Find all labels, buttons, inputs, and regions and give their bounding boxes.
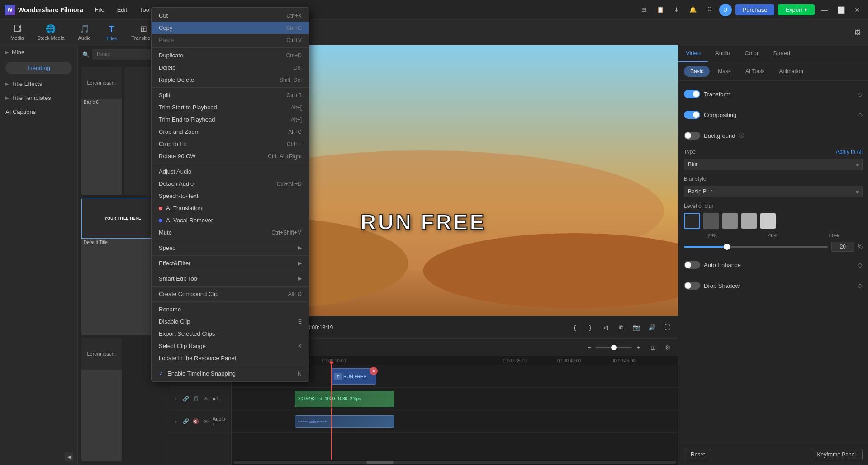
ctx-duplicate[interactable]: Duplicate Ctrl+D [152,49,309,61]
apps-icon[interactable]: ⠿ [703,4,716,16]
ctx-speed[interactable]: Speed ▶ [152,242,309,254]
export-button[interactable]: Export ▾ [778,4,815,15]
tool-media[interactable]: 🎞 Media [5,23,30,42]
toolbar-extra-icon[interactable]: 🖼 [851,26,863,39]
track-link-icon-v1[interactable]: 🔗 [182,395,190,403]
track-add-icon-v1[interactable]: + [172,395,180,403]
fit-btn[interactable]: ⛶ [661,321,674,334]
blur-swatch-4[interactable] [741,213,757,229]
ctx-disable-clip[interactable]: Disable Clip E [152,315,309,328]
subtab-mask[interactable]: Mask [711,66,737,77]
subtab-basic[interactable]: Basic [684,66,710,77]
timeline-grid-btn[interactable]: ⊞ [647,342,659,353]
track-eye-icon-v1[interactable]: 👁 [202,395,210,403]
ctx-adjust-audio[interactable]: Adjust Audio [152,165,309,178]
ctx-select-range[interactable]: Select Clip Range X [152,340,309,352]
ctx-crop-fit[interactable]: Crop to Fit Ctrl+F [152,138,309,150]
blur-slider-track[interactable] [684,246,828,248]
snapshot-btn[interactable]: ⧉ [615,321,627,334]
keyframe-panel-button[interactable]: Keyframe Panel [811,449,863,460]
cam-btn[interactable]: 📷 [630,321,643,334]
blur-type-select[interactable]: Blur [684,159,863,170]
apply-to-all-btn[interactable]: Apply to All [836,149,863,155]
blur-value-input[interactable] [831,242,854,252]
title-clip[interactable]: T RUN FREE ✕ [331,368,376,385]
download-icon[interactable]: ⬇ [670,4,683,16]
ctx-smart-edit[interactable]: Smart Edit Tool ▶ [152,272,309,285]
avatar[interactable]: U [719,4,732,16]
ctx-mute[interactable]: Mute Ctrl+Shift+M [152,226,309,239]
title-clip-delete-btn[interactable]: ✕ [370,367,378,375]
background-toggle[interactable] [684,132,700,140]
track-link-icon-a1[interactable]: 🔗 [182,418,190,426]
left-mine-header[interactable]: ▶ Mine [0,45,77,59]
ctx-speech-to-text[interactable]: Speech-to-Text [152,190,309,202]
transform-toggle[interactable] [684,90,700,98]
ctx-compound[interactable]: Create Compound Clip Alt+G [152,288,309,300]
tool-audio[interactable]: 🎵 Audio [72,22,97,42]
tool-titles[interactable]: T Titles [99,22,124,43]
ctx-copy[interactable]: Copy Ctrl+C [152,22,309,34]
timeline-settings-btn[interactable]: ⚙ [662,342,674,353]
track-add-icon-a1[interactable]: + [172,418,180,426]
menu-edit[interactable]: Edit [113,5,132,15]
h-scrollbar[interactable] [233,461,676,464]
template-icon[interactable]: 📋 [654,4,667,16]
ctx-trim-end[interactable]: Trim End to Playhead Alt+] [152,113,309,126]
ctx-delete[interactable]: Delete Del [152,61,309,74]
auto-enhance-toggle[interactable] [684,261,700,269]
ctx-locate-resource[interactable]: Locate in the Resource Panel [152,352,309,364]
tab-audio[interactable]: Audio [708,45,737,62]
ai-captions-item[interactable]: AI Captions [0,105,77,119]
video-clip[interactable]: 3015482-hd_1920_1080_24fps [295,391,394,407]
mark-in-btn[interactable]: { [569,321,581,334]
track-mute-icon-a1[interactable]: 🔇 [192,418,200,426]
compositing-keyframe-icon[interactable]: ◇ [858,111,863,118]
purchase-button[interactable]: Purchase [735,4,775,15]
prev-frame-btn[interactable]: ◁ [599,321,612,334]
ctx-ai-vocal[interactable]: AI Vocal Remover [152,214,309,226]
transform-keyframe-icon[interactable]: ◇ [858,90,863,98]
ctx-cut[interactable]: Cut Ctrl+X [152,9,309,22]
drop-shadow-keyframe-icon[interactable]: ◇ [858,282,863,289]
tab-color[interactable]: Color [737,45,766,62]
subtab-animation[interactable]: Animation [773,66,809,77]
panel-collapse-icon[interactable]: ◀ [65,452,74,461]
h-scroll-thumb[interactable] [366,461,394,464]
ctx-ripple-delete[interactable]: Ripple Delete Shift+Del [152,74,309,86]
ctx-rename[interactable]: Rename [152,303,309,315]
blur-swatch-1[interactable] [684,213,700,229]
background-info-icon[interactable]: ⓘ [739,132,744,140]
ctx-split[interactable]: Split Ctrl+B [152,89,309,101]
media-thumb-basic6[interactable]: Lorem ipsum Basic 6 [81,67,122,195]
audio-clip[interactable]: ~~~~audio~~~~ [295,415,394,428]
ctx-detach-audio[interactable]: Detach Audio Ctrl+Alt+D [152,178,309,190]
ctx-crop-zoom[interactable]: Crop and Zoom Alt+C [152,126,309,138]
ctx-rotate[interactable]: Rotate 90 CW Ctrl+Alt+Right [152,150,309,162]
playhead[interactable] [331,365,332,460]
zoom-minus-btn[interactable]: − [585,343,594,352]
mark-out-btn[interactable]: } [584,321,597,334]
subtab-aitools[interactable]: AI Tools [739,66,771,77]
blur-swatch-3[interactable] [722,213,738,229]
blur-swatch-2[interactable] [703,213,719,229]
menu-file[interactable]: File [90,5,109,15]
blur-style-select[interactable]: Basic Blur [684,186,863,197]
reset-button[interactable]: Reset [684,449,711,460]
tab-speed[interactable]: Speed [766,45,797,62]
track-eye-icon-a1[interactable]: 👁 [202,418,210,426]
speaker-btn[interactable]: 🔊 [645,321,658,334]
compositing-toggle[interactable] [684,111,700,119]
layout-icon[interactable]: ⊞ [638,4,650,16]
notification-icon[interactable]: 🔔 [687,4,699,16]
trending-button[interactable]: Trending [5,62,72,74]
drop-shadow-toggle[interactable] [684,282,700,290]
ctx-trim-start[interactable]: Trim Start to Playhead Alt+[ [152,101,309,113]
maximize-button[interactable]: ⬜ [835,4,847,16]
zoom-plus-btn[interactable]: + [634,343,643,352]
tool-stock-media[interactable]: 🌐 Stock Media [32,22,70,42]
minimize-button[interactable]: — [818,4,831,16]
ctx-ai-translation[interactable]: AI Translation [152,202,309,214]
ctx-export-clips[interactable]: Export Selected Clips [152,328,309,340]
tab-video[interactable]: Video [678,45,708,62]
